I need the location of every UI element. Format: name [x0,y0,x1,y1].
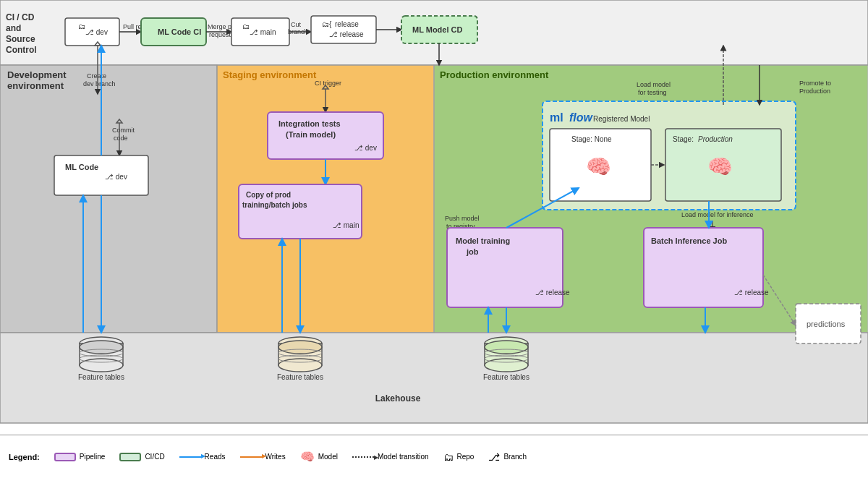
svg-text:Source: Source [6,34,35,44]
legend-repo-item: 🗂 Repo [443,451,475,463]
svg-text:🗂: 🗂 [322,20,329,28]
model-icon: 🧠 [300,450,315,464]
svg-text:training/batch jobs: training/batch jobs [242,201,307,209]
svg-point-109 [278,359,322,372]
svg-text:Integration tests: Integration tests [278,119,341,128]
svg-text:Create: Create [87,72,106,80]
main-container: CI / CD and Source Control 🗂 ⎇ dev Pull … [0,0,868,478]
model-transition-label: Model transition [378,453,429,461]
svg-text:🧠: 🧠 [707,155,733,179]
svg-text:⎇ release: ⎇ release [734,289,769,296]
svg-text:Stage:: Stage: [673,135,694,143]
svg-text:Promote to: Promote to [799,80,831,87]
legend-cicd-item: CI/CD [119,453,164,461]
svg-text:Registered Model: Registered Model [593,115,650,123]
legend-row: Legend: Pipeline CI/CD Reads Writes 🧠 Mo… [0,435,868,478]
svg-text:release: release [335,20,359,28]
svg-point-117 [485,341,528,354]
legend-pipeline-item: Pipeline [54,453,106,461]
svg-text:environment: environment [7,80,64,91]
svg-text:code: code [114,135,128,142]
svg-text:ml: ml [550,111,563,124]
svg-text:Feature tables: Feature tables [78,373,124,381]
svg-point-103 [80,341,123,354]
svg-text:Load model: Load model [637,81,671,88]
svg-point-110 [278,341,322,354]
legend-writes-item: Writes [240,453,286,461]
branch-label: Branch [503,453,527,461]
writes-label: Writes [265,453,286,461]
svg-text:Production: Production [698,135,733,143]
svg-text:predictions: predictions [807,320,846,328]
legend-branch-item: ⎇ Branch [488,451,527,463]
writes-arrow-icon [240,456,262,458]
reads-arrow-icon [179,456,201,458]
svg-text:job: job [466,247,479,256]
svg-text:ML Code: ML Code [65,163,98,171]
svg-text:⎇ main: ⎇ main [333,221,359,229]
pipeline-icon [54,453,76,461]
svg-text:ML Model CD: ML Model CD [412,25,463,34]
legend-model-transition-item: Model transition [352,453,429,461]
svg-text:dev branch: dev branch [83,80,116,88]
svg-text:Load model for inference: Load model for inference [681,211,754,218]
reads-label: Reads [205,453,226,461]
legend-model-item: 🧠 Model [300,450,338,464]
svg-rect-44 [54,155,148,195]
svg-text:for testing: for testing [638,89,667,96]
svg-rect-1 [0,65,217,333]
svg-point-116 [485,359,528,372]
svg-text:CI trigger: CI trigger [315,80,341,87]
svg-text:🗂: 🗂 [242,22,250,30]
svg-text:flow: flow [569,111,594,124]
svg-text:Feature tables: Feature tables [483,373,529,381]
model-transition-icon [352,456,374,458]
svg-text:⎇ release: ⎇ release [329,30,364,38]
svg-text:Production: Production [799,88,830,95]
svg-text:request: request [209,31,231,38]
svg-text:and: and [6,23,21,33]
repo-label: Repo [457,453,475,461]
svg-text:Production environment: Production environment [440,69,549,80]
repo-icon: 🗂 [443,451,454,463]
svg-text:Model training: Model training [456,236,510,245]
diagram-svg: CI / CD and Source Control 🗂 ⎇ dev Pull … [0,0,868,435]
model-label: Model [318,453,338,461]
svg-text:Commit: Commit [112,127,135,134]
svg-point-102 [80,359,123,372]
svg-text:Copy of prod: Copy of prod [246,191,291,199]
svg-text:⎇ dev: ⎇ dev [85,28,108,36]
svg-rect-4 [0,333,868,423]
svg-text:(Train model): (Train model) [286,130,336,139]
svg-text:⎇ release: ⎇ release [535,289,570,296]
svg-text:CI / CD: CI / CD [6,12,35,22]
svg-text:Push model: Push model [445,215,480,222]
svg-text:Staging environment: Staging environment [223,69,317,80]
svg-text:Development: Development [7,69,67,80]
svg-text:Lakehouse: Lakehouse [375,393,421,404]
cicd-icon [119,453,141,461]
svg-text:⎇ dev: ⎇ dev [105,173,127,181]
svg-text:🗂: 🗂 [78,22,85,30]
cicd-label: CI/CD [145,453,164,461]
svg-text:Batch Inference Job: Batch Inference Job [651,236,727,245]
branch-icon: ⎇ [488,451,500,463]
svg-text:⎇ main: ⎇ main [250,28,276,36]
svg-text:Stage: None: Stage: None [571,135,612,143]
legend-reads-item: Reads [179,453,226,461]
svg-text:Control: Control [6,45,37,55]
svg-text:⎇ dev: ⎇ dev [354,144,377,152]
svg-text:ML Code CI: ML Code CI [158,27,201,36]
pipeline-label: Pipeline [80,453,106,461]
legend-title: Legend: [9,453,40,461]
svg-text:🧠: 🧠 [586,155,611,179]
svg-text:branch: branch [288,28,308,35]
svg-text:Feature tables: Feature tables [277,373,323,381]
svg-text:Cut: Cut [291,21,302,28]
